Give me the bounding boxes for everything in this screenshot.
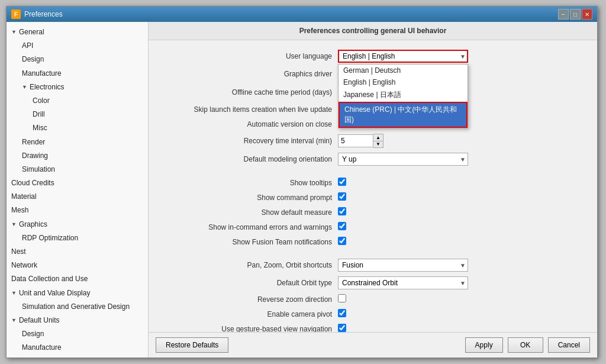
sidebar-item-sim-gen-unit2[interactable]: Simulation and Generative Design (7, 355, 148, 358)
sidebar-label: Simulation and Generative Design (22, 356, 130, 358)
sidebar-item-sim-gen-unit[interactable]: Simulation and Generative Design (7, 300, 148, 314)
reverse-zoom-control (338, 294, 346, 304)
sidebar-item-drill[interactable]: Drill (7, 108, 148, 121)
window-title: Preferences (24, 10, 63, 18)
show-errors-checkbox[interactable] (338, 222, 346, 230)
show-tooltips-label: Show tooltips (160, 179, 338, 187)
user-language-label: User language (160, 52, 338, 60)
sidebar-item-mesh[interactable]: Mesh (7, 204, 148, 217)
sidebar-item-data-collection[interactable]: Data Collection and Use (7, 272, 148, 286)
sidebar-label: Design (22, 54, 44, 65)
sidebar-label: Drawing (22, 150, 48, 162)
apply-button[interactable]: Apply (465, 337, 503, 353)
show-command-prompt-label: Show command prompt (160, 194, 338, 202)
default-modeling-row: Default modeling orientation Y up Z up ▼ (160, 153, 585, 166)
ok-button[interactable]: OK (508, 337, 543, 353)
lang-option-japanese[interactable]: Japanese | 日本語 (339, 88, 468, 102)
show-errors-row: Show in-command errors and warnings (160, 222, 585, 232)
enable-camera-row: Enable camera pivot (160, 309, 585, 319)
action-buttons: Apply OK Cancel (465, 337, 590, 353)
default-orbit-select[interactable]: Constrained Orbit Free Orbit (338, 276, 468, 289)
enable-camera-checkbox[interactable] (338, 309, 346, 317)
user-language-select[interactable]: English | English (338, 50, 468, 63)
reverse-zoom-checkbox[interactable] (338, 294, 346, 302)
user-language-row: User language English | English ▼ German… (160, 50, 585, 63)
sidebar-item-design[interactable]: Design (7, 53, 148, 66)
sidebar-item-electronics[interactable]: ▼ Electronics (7, 80, 148, 94)
sidebar-item-misc[interactable]: Misc (7, 121, 148, 135)
show-command-prompt-checkbox[interactable] (338, 192, 346, 201)
sidebar-item-general[interactable]: ▼ General (7, 25, 148, 39)
panel-body: User language English | English ▼ German… (149, 40, 597, 332)
pan-zoom-row: Pan, Zoom, Orbit shortcuts Fusion Maya S… (160, 259, 585, 272)
cancel-button[interactable]: Cancel (548, 337, 590, 353)
sidebar-item-graphics[interactable]: ▼ Graphics (7, 218, 148, 231)
use-gesture-label: Use gesture-based view navigation (160, 325, 338, 333)
recovery-time-input[interactable] (338, 134, 373, 147)
user-language-dropdown-wrapper: English | English ▼ (338, 50, 468, 63)
lang-option-chinese[interactable]: Chinese (PRC) | 中文(中华人民共和国) (339, 102, 468, 128)
skip-launch-label: Skip launch items creation when live upd… (160, 105, 338, 114)
show-fusion-team-control (338, 237, 346, 247)
close-button[interactable]: ✕ (582, 9, 592, 20)
show-errors-control (338, 222, 346, 232)
user-language-dropdown-menu: German | Deutsch English | English Japan… (338, 64, 468, 128)
show-default-measure-checkbox[interactable] (338, 207, 346, 215)
sidebar-item-render[interactable]: Render (7, 136, 148, 149)
recovery-time-control: ▲ ▼ (338, 134, 383, 148)
sidebar-item-default-units[interactable]: ▼ Default Units (7, 314, 148, 327)
sidebar-label: Drill (33, 109, 45, 120)
default-orbit-row: Default Orbit type Constrained Orbit Fre… (160, 276, 585, 289)
default-modeling-select[interactable]: Y up Z up (338, 153, 468, 166)
spinbox-up-button[interactable]: ▲ (373, 134, 383, 141)
recovery-spinbox: ▲ ▼ (338, 134, 383, 148)
title-bar-left: F Preferences (11, 9, 63, 19)
use-gesture-row: Use gesture-based view navigation (160, 324, 585, 332)
sidebar-label: General (19, 27, 44, 38)
lang-option-english[interactable]: English | English (339, 76, 468, 88)
sidebar-item-nest[interactable]: Nest (7, 245, 148, 259)
minimize-button[interactable]: − (558, 9, 569, 20)
sidebar-item-api[interactable]: API (7, 39, 148, 53)
show-fusion-team-checkbox[interactable] (338, 237, 346, 245)
sidebar-item-cloud-credits[interactable]: Cloud Credits (7, 176, 148, 190)
sidebar-item-simulation[interactable]: Simulation (7, 163, 148, 176)
show-command-prompt-row: Show command prompt (160, 192, 585, 202)
sidebar-label: Design (22, 328, 44, 340)
sidebar-label: Network (11, 260, 37, 271)
sidebar-label: Simulation (22, 164, 55, 175)
maximize-button[interactable]: □ (570, 9, 581, 20)
spinbox-down-button[interactable]: ▼ (373, 141, 383, 147)
show-default-measure-row: Show default measure (160, 207, 585, 217)
enable-camera-label: Enable camera pivot (160, 310, 338, 318)
pan-zoom-select[interactable]: Fusion Maya SolidWorks (338, 259, 468, 272)
sidebar-item-rdp[interactable]: RDP Optimization (7, 231, 148, 245)
sidebar-item-material[interactable]: Material (7, 190, 148, 204)
sidebar-item-manufacture-unit[interactable]: Manufacture (7, 341, 148, 355)
restore-defaults-button[interactable]: Restore Defaults (156, 337, 228, 353)
sidebar-label: Material (11, 191, 37, 202)
expand-icon: ▼ (11, 220, 17, 228)
sidebar-item-drawing[interactable]: Drawing (7, 149, 148, 163)
sidebar-label: Misc (33, 123, 47, 134)
sidebar-label: RDP Optimization (22, 233, 78, 244)
expand-icon: ▼ (22, 83, 27, 91)
lang-option-german[interactable]: German | Deutsch (339, 65, 468, 76)
sidebar-item-unit-value[interactable]: ▼ Unit and Value Display (7, 286, 148, 300)
show-tooltips-checkbox[interactable] (338, 178, 346, 186)
sidebar-label: Data Collection and Use (11, 273, 88, 285)
user-language-control: English | English ▼ German | Deutsch Eng… (338, 50, 468, 63)
spinbox-buttons: ▲ ▼ (373, 134, 383, 148)
panel-header: Preferences controlling general UI behav… (149, 22, 597, 40)
use-gesture-checkbox[interactable] (338, 324, 346, 332)
auto-version-label: Automatic version on close (160, 120, 338, 128)
sidebar-item-color[interactable]: Color (7, 94, 148, 108)
sidebar-label: Unit and Value Display (19, 288, 91, 299)
expand-icon: ▼ (11, 316, 17, 324)
sidebar-item-network[interactable]: Network (7, 259, 148, 272)
sidebar-item-design-unit[interactable]: Design (7, 327, 148, 341)
sidebar-label: Default Units (19, 315, 60, 326)
sidebar-item-manufacture[interactable]: Manufacture (7, 67, 148, 80)
sidebar-label: Cloud Credits (11, 178, 54, 189)
sidebar-label: Electronics (30, 82, 65, 93)
